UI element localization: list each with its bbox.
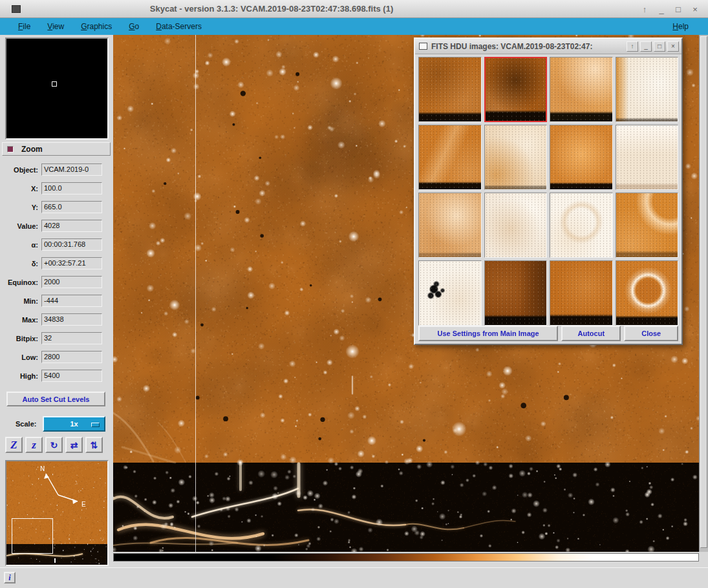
field-ra-input[interactable]: 00:00:31.768: [41, 238, 102, 251]
field-y: Y: 665.0: [0, 198, 113, 216]
colorbar: [113, 553, 699, 562]
zoom-in-button[interactable]: Z: [5, 437, 23, 453]
hdu-maximize-icon[interactable]: □: [654, 41, 665, 52]
menu-graphics[interactable]: Graphics: [76, 21, 117, 32]
vertical-scrollbar[interactable]: [699, 35, 708, 552]
hdu-dialog-title: FITS HDU images: VCAM.2019-08-23T02:47:: [431, 42, 592, 51]
field-dec: δ: +00:32:57.21: [0, 254, 113, 273]
hdu-dialog-buttons: Use Settings from Main Image Autocut Clo…: [418, 326, 678, 341]
hdu-thumbnail-4[interactable]: [616, 57, 679, 122]
fits-hdu-dialog: FITS HDU images: VCAM.2019-08-23T02:47: …: [414, 37, 683, 345]
scale-label: Scale:: [16, 420, 36, 428]
field-ra: α: 00:00:31.768: [0, 235, 113, 254]
hdu-autocut-button[interactable]: Autocut: [561, 326, 621, 341]
info-button[interactable]: i: [4, 572, 16, 583]
hdu-thumbnail-15[interactable]: [550, 260, 613, 326]
maximize-icon[interactable]: □: [673, 5, 683, 14]
hdu-close-icon[interactable]: ×: [667, 41, 679, 52]
hdu-thumbnail-12[interactable]: [616, 193, 679, 258]
pan-view-rectangle[interactable]: [12, 518, 53, 554]
flip-x-button[interactable]: ⇄: [65, 437, 83, 453]
field-x: X: 100.0: [0, 179, 113, 198]
zoom-checkbox-icon[interactable]: [7, 146, 14, 152]
field-object-input[interactable]: VCAM.2019-0: [41, 163, 102, 176]
titlebar[interactable]: Skycat - version 3.1.3: VCAM.2019-08-23T…: [0, 0, 708, 18]
hdu-thumbnail-14[interactable]: [484, 260, 548, 326]
field-bitpix-label: Bitpix:: [0, 335, 41, 342]
field-value-input[interactable]: 4028: [41, 220, 102, 232]
field-x-input[interactable]: 100.0: [41, 182, 102, 194]
hdu-thumbnail-grid: [418, 57, 678, 326]
field-equinox: Equinox: 2000: [0, 273, 113, 291]
hdu-thumbnail-9[interactable]: [418, 193, 482, 258]
option-menu-indicator-icon: [91, 423, 100, 427]
zoom-out-button[interactable]: z: [25, 437, 43, 453]
image-info-fields: Object: VCAM.2019-0 X: 100.0 Y: 665.0 Va…: [0, 160, 113, 385]
menu-help[interactable]: Help: [667, 21, 694, 32]
view-tool-buttons: Z z ↻ ⇄ ⇅: [5, 437, 103, 453]
field-high: High: 5400: [0, 366, 113, 385]
hdu-thumbnail-10[interactable]: [484, 193, 548, 258]
field-bitpix-input[interactable]: 32: [41, 332, 102, 344]
hdu-minimize-icon[interactable]: _: [640, 41, 652, 52]
field-low: Low: 2800: [0, 348, 113, 366]
hdu-thumbnail-5[interactable]: [418, 125, 482, 190]
close-icon[interactable]: ×: [690, 5, 700, 14]
hdu-shade-icon[interactable]: ↑: [627, 41, 638, 52]
zoom-preview-window: [5, 37, 109, 140]
menu-file[interactable]: File: [13, 21, 36, 32]
statusbar: i: [0, 567, 708, 588]
field-equinox-label: Equinox:: [0, 278, 41, 286]
rotate-button[interactable]: ↻: [45, 437, 63, 453]
menubar: File View Graphics Go Data-Servers Help: [0, 18, 708, 35]
field-low-label: Low:: [0, 353, 41, 361]
flip-y-button[interactable]: ⇅: [85, 437, 103, 453]
scale-value: 1x: [70, 420, 78, 428]
hdu-close-button[interactable]: Close: [624, 326, 678, 341]
field-object-label: Object:: [0, 166, 41, 174]
hdu-thumbnail-8[interactable]: [616, 125, 679, 190]
field-min: Min: -444: [0, 291, 113, 310]
auto-set-cut-levels-button[interactable]: Auto Set Cut Levels: [6, 392, 105, 406]
field-dec-input[interactable]: +00:32:57.21: [41, 257, 102, 269]
hdu-dialog-titlebar[interactable]: FITS HDU images: VCAM.2019-08-23T02:47: …: [415, 39, 681, 54]
hdu-dialog-icon: [419, 43, 427, 50]
zoom-label: Zoom: [21, 145, 43, 154]
scale-option-menu[interactable]: 1x: [43, 416, 105, 432]
scale-row: Scale: 1x: [0, 416, 113, 432]
hdu-thumbnail-16[interactable]: [616, 260, 679, 326]
field-dec-label: δ:: [0, 260, 41, 268]
field-bitpix: Bitpix: 32: [0, 329, 113, 348]
vertical-scrollbar-thumb[interactable]: [700, 36, 707, 548]
menu-go[interactable]: Go: [123, 21, 144, 32]
shade-icon[interactable]: ↑: [639, 5, 650, 14]
info-panel: Zoom Object: VCAM.2019-0 X: 100.0 Y: 665…: [0, 35, 113, 567]
field-y-input[interactable]: 665.0: [41, 201, 102, 213]
field-low-input[interactable]: 2800: [41, 351, 102, 363]
window-title: Skycat - version 3.1.3: VCAM.2019-08-23T…: [150, 4, 393, 14]
hdu-dialog-controls: ↑ _ □ ×: [627, 41, 679, 52]
minimize-icon[interactable]: _: [656, 5, 667, 14]
hdu-thumbnail-11[interactable]: [550, 193, 613, 258]
field-high-input[interactable]: 5400: [41, 370, 102, 382]
hdu-thumbnail-2-selected[interactable]: [484, 57, 548, 122]
hdu-thumbnail-13[interactable]: [418, 260, 482, 326]
field-object: Object: VCAM.2019-0: [0, 160, 113, 179]
field-value-label: Value:: [0, 222, 41, 230]
use-settings-from-main-image-button[interactable]: Use Settings from Main Image: [418, 326, 558, 341]
zoom-cursor-box: [52, 81, 57, 87]
hdu-thumbnail-3[interactable]: [550, 57, 613, 122]
field-min-input[interactable]: -444: [41, 295, 102, 307]
hdu-thumbnail-7[interactable]: [550, 125, 613, 190]
field-value: Value: 4028: [0, 216, 113, 235]
menu-view[interactable]: View: [42, 21, 69, 32]
field-min-label: Min:: [0, 297, 41, 305]
field-y-label: Y:: [0, 204, 41, 211]
zoom-toggle[interactable]: Zoom: [2, 142, 111, 156]
field-equinox-input[interactable]: 2000: [41, 276, 102, 288]
pan-window[interactable]: N E: [5, 460, 109, 566]
field-max-input[interactable]: 34838: [41, 313, 102, 326]
hdu-thumbnail-1[interactable]: [418, 57, 482, 122]
hdu-thumbnail-6[interactable]: [484, 125, 548, 190]
menu-data-servers[interactable]: Data-Servers: [151, 21, 207, 32]
